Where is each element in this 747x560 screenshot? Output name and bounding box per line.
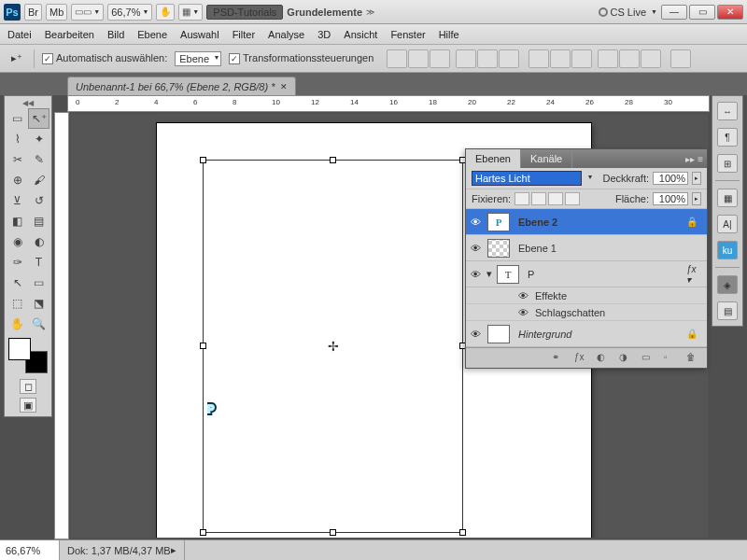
fill-flyout[interactable]: ▸ — [692, 192, 701, 205]
menu-hilfe[interactable]: Hilfe — [439, 29, 459, 40]
blend-mode-dropdown[interactable]: Hartes Licht — [472, 171, 582, 186]
arrange-docs-button[interactable]: ▦▼ — [178, 4, 203, 21]
opacity-flyout[interactable]: ▸ — [692, 172, 701, 185]
hand-tool[interactable]: ✋ — [7, 314, 28, 334]
transform-controls-checkbox[interactable]: Transformationssteuerungen — [229, 52, 374, 64]
menu-filter[interactable]: Filter — [233, 29, 255, 40]
distribute-btn[interactable] — [550, 49, 571, 68]
lock-icon[interactable] — [565, 192, 580, 205]
quickmask-button[interactable]: ◻ — [20, 379, 36, 394]
menu-bearbeiten[interactable]: Bearbeiten — [45, 29, 94, 40]
dodge-tool[interactable]: ◐ — [28, 231, 49, 252]
eraser-tool[interactable]: ◧ — [7, 211, 28, 231]
close-tab-icon[interactable]: ✕ — [280, 82, 288, 91]
link-layers-icon[interactable]: ⚭ — [552, 352, 567, 365]
doc-selector-1[interactable]: PSD-Tutorials — [206, 5, 283, 20]
align-btn[interactable] — [477, 49, 498, 68]
chevron-icon[interactable]: ≫ — [366, 7, 374, 17]
layer-row[interactable]: 👁 Hintergrund 🔒 — [466, 321, 707, 347]
lock-position[interactable] — [531, 192, 546, 205]
panel-icon[interactable]: ⊞ — [717, 154, 738, 173]
align-btn[interactable] — [499, 49, 519, 68]
lock-pixels[interactable] — [514, 192, 529, 205]
fx-item[interactable]: 👁Schlagschatten — [466, 304, 707, 321]
layers-panel-icon[interactable]: ◈ — [717, 275, 738, 294]
fx-icon[interactable]: ƒx ▾ — [686, 264, 701, 285]
mask-icon[interactable]: ◐ — [597, 352, 612, 365]
lasso-tool[interactable]: ⌇ — [7, 129, 28, 149]
screen-mode-button[interactable]: ▭▭▼ — [71, 4, 104, 21]
history-brush-tool[interactable]: ↺ — [28, 190, 49, 211]
distribute-btn[interactable] — [598, 49, 618, 68]
type-tool[interactable]: T — [28, 252, 49, 273]
fill-value[interactable]: 100% — [653, 192, 688, 205]
maximize-button[interactable]: ▭ — [689, 5, 715, 20]
auto-select-checkbox[interactable]: Automatisch auswählen: — [42, 52, 167, 64]
auto-align-btn[interactable] — [670, 49, 691, 68]
transform-bounds[interactable]: ✢ — [203, 160, 463, 533]
trash-icon[interactable]: 🗑 — [686, 352, 701, 365]
minimize-button[interactable]: — — [661, 5, 687, 20]
distribute-btn[interactable] — [641, 49, 661, 68]
eyedropper-tool[interactable]: ✎ — [28, 149, 49, 170]
menu-ebene[interactable]: Ebene — [137, 29, 167, 40]
new-layer-icon[interactable]: ▫ — [664, 352, 679, 365]
panel-menu-icon[interactable]: ▸▸ ≡ — [682, 154, 707, 164]
visibility-icon[interactable]: 👁 — [466, 243, 485, 254]
menu-bild[interactable]: Bild — [107, 29, 124, 40]
visibility-icon[interactable]: 👁 — [466, 217, 485, 228]
layer-row[interactable]: 👁 Ebene 1 — [466, 235, 707, 261]
move-tool[interactable]: ↖⁺ — [28, 108, 49, 129]
align-btn[interactable] — [408, 49, 429, 68]
align-btn[interactable] — [430, 49, 450, 68]
3d-camera-tool[interactable]: ⬔ — [28, 293, 49, 314]
group-icon[interactable]: ▭ — [641, 352, 656, 365]
auto-select-dropdown[interactable]: Ebene — [175, 51, 221, 66]
align-btn[interactable] — [456, 49, 476, 68]
pen-tool[interactable]: ✑ — [7, 252, 28, 273]
layer-row[interactable]: 👁 P Ebene 2 🔒 — [466, 209, 707, 235]
layers-panel-header[interactable]: Ebenen Kanäle ▸▸ ≡ — [466, 149, 707, 168]
3d-tool[interactable]: ⬚ — [7, 293, 28, 314]
panel-icon[interactable]: ▦ — [717, 189, 738, 207]
gradient-tool[interactable]: ▤ — [28, 211, 49, 231]
doc-info[interactable]: Dok: 1,37 MB/4,37 MB ▸ — [60, 540, 185, 560]
panel-icon-kuler[interactable]: ku — [717, 241, 738, 259]
layer-row[interactable]: 👁 ▾ T P ƒx ▾ — [466, 261, 707, 287]
document-tab[interactable]: Unbenannt-1 bei 66,7% (Ebene 2, RGB/8) *… — [67, 77, 296, 95]
brush-tool[interactable]: 🖌 — [28, 170, 49, 190]
screenmode-button[interactable]: ▣ — [20, 398, 36, 413]
visibility-icon[interactable]: 👁 — [466, 329, 485, 340]
visibility-icon[interactable]: 👁 — [466, 269, 485, 280]
shape-tool[interactable]: ▭ — [28, 273, 49, 293]
layers-tab[interactable]: Ebenen — [466, 149, 521, 168]
lock-all[interactable] — [548, 192, 563, 205]
zoom-tool[interactable]: 🔍 — [28, 314, 49, 334]
adjustment-icon[interactable]: ◑ — [619, 352, 634, 365]
panel-icon[interactable]: ¶ — [717, 128, 738, 147]
fx-header[interactable]: 👁Effekte — [466, 287, 707, 304]
color-swatches[interactable] — [8, 338, 48, 373]
blur-tool[interactable]: ◉ — [7, 231, 28, 252]
channels-tab[interactable]: Kanäle — [521, 149, 572, 168]
marquee-tool[interactable]: ▭ — [7, 108, 28, 129]
align-btn[interactable] — [387, 49, 407, 68]
menu-auswahl[interactable]: Auswahl — [180, 29, 219, 40]
cslive-button[interactable]: CS Live▼ — [599, 7, 657, 18]
path-tool[interactable]: ↖ — [7, 273, 28, 293]
menu-analyse[interactable]: Analyse — [268, 29, 304, 40]
magic-wand-tool[interactable]: ✦ — [28, 129, 49, 149]
distribute-btn[interactable] — [619, 49, 640, 68]
menu-fenster[interactable]: Fenster — [390, 29, 425, 40]
minibridge-button[interactable]: Mb — [46, 4, 67, 21]
menu-ansicht[interactable]: Ansicht — [344, 29, 377, 40]
distribute-btn[interactable] — [529, 49, 549, 68]
distribute-btn[interactable] — [571, 49, 592, 68]
bridge-button[interactable]: Br — [24, 4, 42, 21]
panel-icon[interactable]: ▤ — [717, 301, 738, 320]
panel-icon[interactable]: ↔ — [717, 102, 738, 120]
fx-button-icon[interactable]: ƒx — [574, 352, 589, 365]
hand-tool-button[interactable]: ✋ — [156, 4, 175, 21]
crop-tool[interactable]: ✂ — [7, 149, 28, 170]
healing-tool[interactable]: ⊕ — [7, 170, 28, 190]
